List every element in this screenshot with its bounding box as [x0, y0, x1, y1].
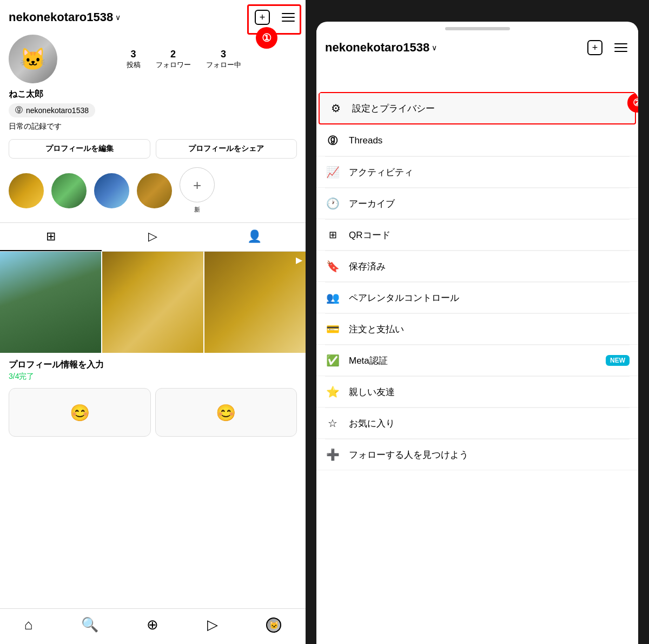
grid-item-1[interactable]	[0, 252, 101, 353]
menu-item-favorites[interactable]: ☆ お気に入り	[316, 408, 638, 439]
reels-nav-icon: ▷	[207, 616, 218, 633]
new-highlight-label: 新	[194, 206, 200, 214]
header-left: nekonekotaro1538 ∨	[9, 10, 121, 24]
stat-followers: 2 フォロワー	[156, 49, 191, 70]
nav-home[interactable]: ⌂	[24, 616, 33, 633]
menu-item-activity[interactable]: 📈 アクティビティ	[316, 157, 638, 188]
highlight-thumb-2	[51, 173, 87, 208]
avatar-image: 🐱	[9, 35, 57, 83]
chevron-down-icon[interactable]: ∨	[115, 13, 121, 22]
handle-text: nekonekotaro1538	[26, 106, 89, 115]
bottom-card-1[interactable]: 😊	[9, 388, 151, 437]
stat-posts: 3 投稿	[127, 49, 141, 70]
bottom-cards: 😊 😊	[0, 388, 306, 441]
right-chevron-icon[interactable]: ∨	[432, 43, 437, 52]
highlight-circle-2	[51, 173, 87, 208]
highlight-2[interactable]	[51, 173, 87, 208]
nav-create[interactable]: ⊕	[147, 616, 158, 633]
right-add-icon: +	[587, 40, 602, 55]
menu-item-saved[interactable]: 🔖 保存済み	[316, 251, 638, 282]
highlight-4[interactable]	[137, 173, 172, 208]
highlights-section: + 新	[0, 167, 306, 222]
phone-mockup: nekonekotaro1538 ∨ + ⚙ 設定とプライバ	[316, 22, 638, 644]
grid-icon: ⊞	[46, 229, 56, 244]
bottom-card-2[interactable]: 😊	[155, 388, 297, 437]
right-add-button[interactable]: +	[586, 39, 604, 56]
tagged-icon: 👤	[247, 229, 262, 244]
tab-reels[interactable]: ▷	[102, 223, 203, 251]
saved-icon: 🔖	[325, 259, 340, 274]
card-emoji-2: 😊	[216, 403, 236, 422]
highlight-thumb-3	[94, 173, 129, 208]
display-name: ねこ太郎	[9, 89, 297, 100]
profile-info-section: プロフィール情報を入力 3/4完了	[0, 353, 306, 388]
right-header-icons: +	[586, 39, 630, 56]
threads-handle-badge[interactable]: ⓖ nekonekotaro1538	[9, 103, 95, 117]
highlight-add[interactable]: + 新	[180, 167, 215, 214]
parental-icon: 👥	[325, 290, 340, 305]
bottom-nav: ⌂ 🔍 ⊕ ▷ 🐱	[0, 608, 306, 644]
tab-tagged[interactable]: 👤	[204, 223, 306, 251]
followers-label: フォロワー	[156, 60, 191, 70]
right-menu-button[interactable]	[612, 39, 630, 56]
activity-label: アクティビティ	[349, 166, 630, 179]
add-post-button[interactable]: +	[254, 9, 271, 26]
following-label: フォロー中	[206, 60, 241, 70]
tabs-section: ⊞ ▷ 👤	[0, 222, 306, 252]
menu-list: ⚙ 設定とプライバシー ② ⓖ Threads 📈 アクティビティ 🕐 アーカイ…	[316, 91, 638, 470]
highlight-circle-1	[9, 173, 44, 208]
menu-item-threads[interactable]: ⓖ Threads	[316, 126, 638, 156]
highlight-thumb-1	[9, 173, 44, 208]
parental-label: ペアレンタルコントロール	[349, 292, 630, 304]
left-username[interactable]: nekonekotaro1538	[9, 10, 113, 24]
highlight-3[interactable]	[94, 173, 129, 208]
followers-count: 2	[170, 49, 176, 60]
qr-icon: ⊞	[325, 227, 340, 242]
favorites-label: お気に入り	[349, 417, 630, 430]
profile-info-progress: 3/4完了	[9, 372, 297, 382]
settings-icon: ⚙	[328, 101, 343, 116]
menu-item-discover[interactable]: ➕ フォローする人を見つけよう	[316, 439, 638, 470]
menu-item-qr[interactable]: ⊞ QRコード	[316, 220, 638, 251]
stat-following: 3 フォロー中	[206, 49, 241, 70]
settings-label: 設定とプライバシー	[352, 102, 626, 115]
add-highlight-button: +	[180, 167, 215, 202]
archive-label: アーカイブ	[349, 198, 630, 210]
archive-icon: 🕐	[325, 196, 340, 211]
left-panel: nekonekotaro1538 ∨ + ① 🐱	[0, 0, 306, 644]
profile-section: 🐱 3 投稿 2 フォロワー 3 フォロー中 ねこ太郎 ⓖ nekone	[0, 30, 306, 167]
right-hamburger-icon	[614, 43, 627, 52]
profile-avatar-nav: 🐱	[266, 617, 281, 633]
menu-item-close-friends[interactable]: ⭐ 親しい友達	[316, 377, 638, 408]
highlight-1[interactable]	[9, 173, 44, 208]
discover-label: フォローする人を見つけよう	[349, 449, 630, 461]
header-icons: +	[254, 9, 297, 26]
tab-grid[interactable]: ⊞	[0, 223, 102, 251]
menu-item-parental[interactable]: 👥 ペアレンタルコントロール	[316, 282, 638, 313]
grid-item-3[interactable]: ▶	[204, 252, 306, 353]
activity-icon: 📈	[325, 165, 340, 180]
right-header-left: nekonekotaro1538 ∨	[325, 41, 437, 55]
menu-item-meta[interactable]: ✅ Meta認証 NEW	[316, 345, 638, 376]
menu-item-archive[interactable]: 🕐 アーカイブ	[316, 188, 638, 219]
grid-item-2[interactable]	[102, 252, 203, 353]
share-profile-button[interactable]: プロフィールをシェア	[156, 139, 297, 159]
qr-label: QRコード	[349, 229, 630, 241]
right-username[interactable]: nekonekotaro1538	[325, 41, 429, 55]
search-icon: 🔍	[81, 616, 98, 633]
menu-item-settings[interactable]: ⚙ 設定とプライバシー	[319, 92, 636, 124]
nav-profile[interactable]: 🐱	[266, 617, 281, 633]
right-header: nekonekotaro1538 ∨ +	[316, 30, 638, 61]
edit-profile-button[interactable]: プロフィールを編集	[9, 139, 150, 159]
orders-icon: 💳	[325, 321, 340, 337]
nav-reels[interactable]: ▷	[207, 616, 218, 633]
meta-icon: ✅	[325, 353, 340, 368]
nav-search[interactable]: 🔍	[81, 616, 98, 633]
close-friends-label: 親しい友達	[349, 386, 630, 398]
avatar[interactable]: 🐱	[9, 35, 57, 83]
highlight-circle-3	[94, 173, 129, 208]
orders-label: 注文と支払い	[349, 323, 630, 336]
new-badge: NEW	[606, 355, 630, 366]
menu-button[interactable]	[280, 9, 297, 26]
menu-item-orders[interactable]: 💳 注文と支払い	[316, 314, 638, 345]
